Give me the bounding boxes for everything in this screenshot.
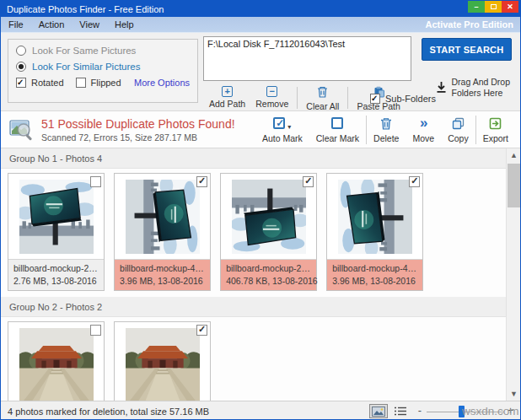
photo-card[interactable]: billboard-mockup-4 - Cop... 3.96 MB, 13-…: [114, 173, 211, 291]
maximize-button[interactable]: [485, 1, 502, 13]
menu-file[interactable]: File: [1, 19, 31, 30]
photo-checkbox[interactable]: [409, 176, 420, 187]
zoom-slider[interactable]: wsxdn.com: [427, 405, 504, 418]
minimize-button[interactable]: –: [468, 1, 485, 13]
photo-meta: 2.76 MB, 13-08-2016: [13, 276, 99, 286]
menu-help[interactable]: Help: [107, 19, 142, 30]
results-area: Group No 1 - Photos 4 billboard-mockup-2…: [1, 148, 520, 401]
similar-pictures-option[interactable]: Look For Similar Pictures: [16, 62, 190, 72]
delete-icon: [380, 116, 392, 131]
photo-thumbnail[interactable]: [221, 174, 316, 259]
photo-thumbnail[interactable]: [327, 174, 422, 259]
window-title: Duplicate Photos Finder - Free Edition: [7, 4, 164, 14]
sub-folders-label: Sub-Folders: [385, 94, 436, 104]
start-search-label: START SEARCH: [430, 45, 504, 55]
photo-checkbox[interactable]: [196, 176, 207, 187]
photo-thumbnail[interactable]: [115, 174, 210, 259]
thumbnail-view-button[interactable]: [369, 404, 388, 418]
zoom-slider-thumb[interactable]: [459, 406, 465, 417]
group-header-label: Group No 2 - Photos 2: [9, 302, 102, 312]
auto-mark-icon: [273, 117, 285, 129]
delete-button[interactable]: Delete: [367, 111, 406, 148]
photo-image: [19, 328, 94, 401]
remove-path-button[interactable]: − Remove: [252, 85, 292, 110]
similar-pictures-radio[interactable]: [16, 62, 26, 72]
zoom-in-button[interactable]: +: [508, 405, 513, 417]
add-path-label: Add Path: [209, 99, 245, 109]
export-button[interactable]: Export: [476, 111, 515, 148]
more-options-link[interactable]: More Options: [134, 78, 190, 88]
auto-mark-dropdown-caret[interactable]: ▾: [287, 123, 291, 131]
clear-mark-button[interactable]: Clear Mark: [309, 111, 366, 148]
photo-label: billboard-mockup-4.png 3.96 MB, 13-08-20…: [327, 259, 422, 290]
zoom-out-button[interactable]: -: [418, 404, 422, 417]
rotated-checkbox[interactable]: [16, 78, 26, 88]
duplicates-found-icon: [9, 119, 35, 141]
same-pictures-option[interactable]: Look For Same Pictures: [16, 46, 190, 56]
menu-action[interactable]: Action: [31, 19, 73, 30]
window-controls: – ✕: [468, 1, 520, 17]
search-path-list[interactable]: F:\Local Disk F_7112016043\Test: [203, 36, 411, 81]
add-path-button[interactable]: + Add Path: [206, 85, 249, 110]
photo-checkbox[interactable]: [90, 176, 101, 187]
group-section: Group No 1 - Photos 4 billboard-mockup-2…: [1, 148, 506, 297]
groups: Group No 1 - Photos 4 billboard-mockup-2…: [1, 148, 506, 401]
auto-mark-button[interactable]: ▾ Auto Mark: [255, 111, 309, 148]
group-header-label: Group No 1 - Photos 4: [9, 153, 102, 164]
start-search-button[interactable]: START SEARCH: [422, 38, 512, 61]
photo-thumbnail[interactable]: [8, 322, 104, 401]
photo-card[interactable]: billboard-mockup-2.hdp 406.78 KB, 13-08-…: [220, 173, 317, 291]
close-button[interactable]: ✕: [502, 1, 518, 13]
photo-card[interactable]: billboard-mockup-4.png 3.96 MB, 13-08-20…: [326, 173, 423, 291]
add-path-icon: +: [222, 86, 233, 97]
same-pictures-radio[interactable]: [16, 46, 26, 56]
status-bar: 4 photos marked for deletion, total size…: [1, 401, 520, 420]
move-button[interactable]: » Move: [406, 111, 441, 148]
sub-folders-option[interactable]: Sub-Folders: [370, 94, 436, 104]
photo-meta: 406.78 KB, 13-08-2016: [226, 276, 311, 286]
vertical-scrollbar[interactable]: ▲ ▼: [506, 148, 520, 401]
status-text: 4 photos marked for deletion, total size…: [8, 407, 209, 417]
zoom-slider-track[interactable]: [427, 412, 504, 412]
photo-image: [126, 328, 200, 401]
remove-path-label: Remove: [255, 99, 288, 109]
export-icon: [489, 116, 502, 131]
list-view-button[interactable]: [391, 404, 410, 418]
copy-icon: [452, 116, 465, 131]
title-bar: Duplicate Photos Finder - Free Edition –…: [1, 1, 520, 17]
modifier-options-row: Rotated Flipped More Options: [16, 78, 190, 88]
separator: [297, 87, 298, 109]
photo-checkbox[interactable]: [303, 176, 314, 187]
search-mode-groupbox: Look For Same Pictures Look For Similar …: [8, 39, 198, 103]
flipped-checkbox[interactable]: [76, 78, 86, 88]
photo-thumbnail[interactable]: [8, 174, 104, 259]
separator: [347, 87, 348, 109]
clear-mark-icon: [331, 117, 343, 129]
photo-checkbox[interactable]: [196, 325, 207, 336]
app-window: Duplicate Photos Finder - Free Edition –…: [0, 0, 521, 420]
clear-all-label: Clear All: [306, 101, 339, 111]
copy-button[interactable]: Copy: [441, 111, 475, 148]
photo-image: [338, 180, 412, 254]
activate-pro-link[interactable]: Activate Pro Edition: [425, 19, 520, 30]
scroll-down-arrow[interactable]: ▼: [507, 387, 520, 401]
photo-card[interactable]: [8, 321, 105, 401]
photo-thumbnail[interactable]: [115, 322, 210, 401]
flipped-label: Flipped: [91, 78, 121, 88]
menu-view[interactable]: View: [72, 19, 107, 30]
sub-folders-checkbox[interactable]: [370, 94, 380, 104]
drag-drop-zone[interactable]: Drag And DropFolders Here: [436, 77, 510, 99]
photo-image: [232, 180, 306, 254]
scroll-up-arrow[interactable]: ▲: [507, 148, 520, 162]
group-section: Group No 2 - Photos 2: [1, 297, 506, 401]
clear-all-button[interactable]: Clear All: [303, 85, 342, 112]
photo-meta: 3.96 MB, 13-08-2016: [332, 276, 417, 286]
scrollbar-thumb[interactable]: [508, 164, 520, 207]
auto-mark-label: Auto Mark: [262, 133, 303, 143]
photo-card[interactable]: [114, 321, 211, 401]
search-path-value: F:\Local Disk F_7112016043\Test: [207, 39, 345, 49]
photo-name: billboard-mockup-2.png: [13, 263, 99, 273]
photo-checkbox[interactable]: [90, 325, 101, 336]
move-icon: »: [420, 116, 427, 131]
photo-card[interactable]: billboard-mockup-2.png 2.76 MB, 13-08-20…: [8, 173, 105, 291]
